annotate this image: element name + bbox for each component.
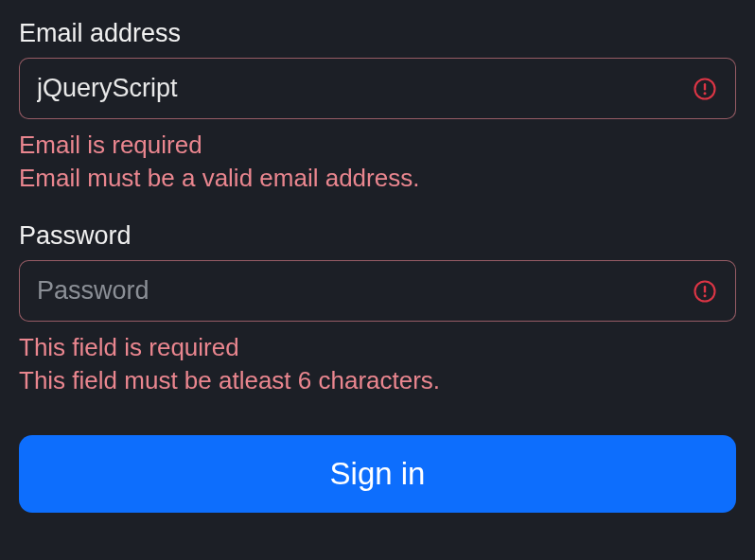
password-field[interactable] (19, 260, 736, 322)
email-errors: Email is required Email must be a valid … (19, 129, 736, 195)
svg-point-2 (704, 92, 707, 95)
email-field[interactable] (19, 58, 736, 119)
password-label: Password (19, 221, 736, 251)
error-text: This field is required (19, 331, 736, 364)
email-input-wrapper (19, 58, 736, 119)
error-text: Email must be a valid email address. (19, 162, 736, 195)
email-group: Email address Email is required Email mu… (19, 19, 736, 195)
password-input-wrapper (19, 260, 736, 322)
signin-button[interactable]: Sign in (19, 435, 736, 513)
svg-point-5 (704, 294, 707, 297)
alert-icon (693, 279, 717, 304)
error-text: Email is required (19, 129, 736, 162)
svg-rect-4 (704, 286, 706, 293)
error-text: This field must be atleast 6 characters. (19, 364, 736, 397)
signin-form: Email address Email is required Email mu… (19, 19, 736, 513)
svg-rect-1 (704, 83, 706, 91)
email-label: Email address (19, 19, 736, 48)
password-errors: This field is required This field must b… (19, 331, 736, 397)
password-group: Password This field is required This fie… (19, 221, 736, 397)
alert-icon (693, 77, 717, 101)
